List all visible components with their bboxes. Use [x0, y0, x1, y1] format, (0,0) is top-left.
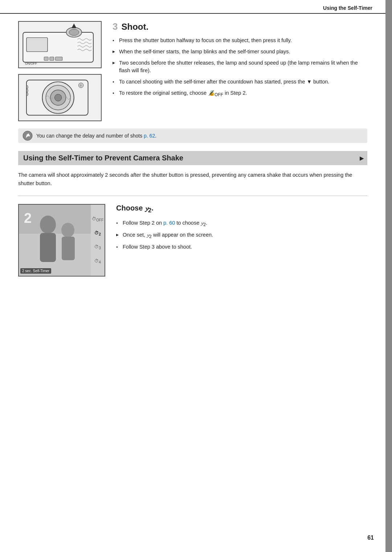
camera-top-diagram: ON/OFF [18, 21, 102, 68]
note-link[interactable]: p. 62 [144, 133, 155, 139]
svg-point-13 [54, 94, 61, 101]
photo-area: 2 [19, 205, 91, 276]
bullet-1: Press the shutter button halfway to focu… [113, 37, 367, 45]
note-box: You can change the delay and number of s… [18, 128, 367, 143]
choose-content: Choose 𝔂2. Follow Step 2 on p. 60 to cho… [116, 204, 367, 277]
bullet-2: When the self-timer starts, the lamp bli… [113, 48, 367, 56]
header-title: Using the Self-Timer [323, 5, 372, 11]
choose-bullet-1: Follow Step 2 on p. 60 to choose 𝔂2. [116, 219, 367, 228]
page-header: Using the Self-Timer [0, 0, 385, 14]
svg-text:ON/OFF: ON/OFF [25, 62, 37, 65]
svg-text:0: 0 [80, 84, 81, 87]
svg-point-20 [40, 216, 56, 234]
choose-title: Choose 𝔂2. [116, 204, 367, 214]
svg-marker-3 [72, 24, 77, 28]
section-shake-heading: Using the Self-Timer to Prevent Camera S… [18, 151, 367, 165]
shoot-bullets: Press the shutter button halfway to focu… [113, 37, 367, 98]
page-number: 61 [367, 535, 374, 541]
svg-rect-6 [44, 57, 48, 61]
screen-label: 2 sec. Self-Timer [20, 268, 51, 274]
choose-link[interactable]: p. 60 [163, 220, 175, 226]
step-number: 3 [113, 21, 118, 32]
bullet-3: Two seconds before the shutter releases,… [113, 59, 367, 75]
note-text: You can change the delay and number of s… [36, 133, 156, 139]
step-header: 3 Shoot. [113, 21, 367, 32]
choose-bullet-3: Follow Step 3 above to shoot. [116, 243, 367, 251]
shoot-images: ON/OFF [18, 21, 102, 121]
bullet-5: To restore the original setting, choose … [113, 89, 367, 98]
section-choose: 2 ⏱OFF ⏱2 ⏱3 ⏱4 2 sec. Self-Timer Choose… [18, 204, 367, 277]
camera-screen-image: 2 ⏱OFF ⏱2 ⏱3 ⏱4 2 sec. Self-Timer [18, 204, 105, 277]
page-content: ON/OFF [0, 14, 385, 287]
svg-point-2 [69, 29, 79, 35]
shoot-text: 3 Shoot. Press the shutter button halfwa… [113, 21, 367, 121]
bullet-4: To cancel shooting with the self-timer a… [113, 78, 367, 86]
section-shoot: ON/OFF [18, 21, 367, 121]
choose-bullet-2: Once set, 𝔂2 will appear on the screen. [116, 231, 367, 240]
section-shake-body: The camera will shoot approximately 2 se… [18, 171, 367, 188]
svg-text:2: 2 [24, 210, 32, 226]
divider [18, 196, 367, 196]
svg-rect-21 [40, 233, 56, 262]
svg-rect-4 [26, 38, 48, 52]
svg-point-22 [61, 223, 74, 237]
choose-bullets: Follow Step 2 on p. 60 to choose 𝔂2. Onc… [116, 219, 367, 251]
camera-side-diagram: 0 [18, 74, 102, 121]
timer-menu: ⏱OFF ⏱2 ⏱3 ⏱4 [91, 205, 105, 276]
step-title: Shoot. [121, 22, 148, 32]
sidebar-accent-bar [385, 0, 392, 552]
pencil-icon [23, 131, 33, 141]
svg-rect-23 [62, 237, 75, 260]
svg-rect-7 [50, 57, 54, 61]
svg-rect-8 [55, 57, 62, 61]
